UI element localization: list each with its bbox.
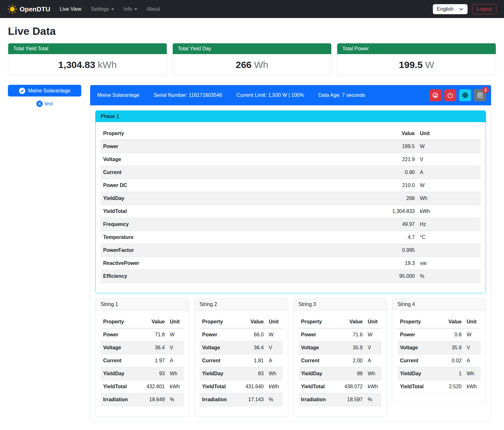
card-value: 266	[236, 59, 252, 70]
check-circle-icon	[19, 88, 25, 94]
column-header: Property	[101, 127, 379, 140]
card-unit: W	[425, 59, 434, 70]
language-select[interactable]: English	[433, 4, 468, 14]
nav-item-label: Live View	[60, 6, 81, 12]
card-title: Total Yield Total	[8, 43, 167, 54]
table-row: Power71.8W	[101, 328, 184, 341]
value-cell: 49.97	[379, 218, 417, 231]
total-yield-day-card: Total Yield Day 266Wh	[172, 43, 332, 76]
value-cell: 36.4	[237, 341, 266, 354]
unit-cell: kWh	[417, 205, 481, 218]
table-row: YieldTotal2.520kWh	[397, 380, 481, 393]
property-cell: YieldTotal	[397, 380, 435, 393]
language-value: English	[437, 6, 453, 12]
inverter-selector: Meine Solaranlage test	[8, 85, 81, 107]
property-cell: YieldTotal	[101, 205, 379, 218]
event-log-button[interactable]: 2	[474, 89, 486, 101]
inverter-alt-item[interactable]: test	[8, 101, 81, 107]
table-row: Power0.6W	[397, 328, 481, 341]
unit-cell: A	[266, 354, 283, 367]
inverter-selected-button[interactable]: Meine Solaranlage	[8, 85, 81, 97]
table-row: Current1.97A	[101, 354, 184, 367]
column-header: Unit	[167, 315, 184, 328]
nav-links: Live View Settings Info About	[60, 6, 433, 12]
nav-item-settings[interactable]: Settings	[91, 6, 114, 12]
column-header: Value	[237, 315, 266, 328]
value-cell: 199.5	[379, 140, 417, 153]
unit-cell: kWh	[365, 380, 382, 393]
unit-cell: Wh	[417, 192, 481, 205]
value-cell: 431.640	[237, 380, 266, 393]
unit-cell: V	[266, 341, 283, 354]
card-unit: Wh	[254, 59, 268, 70]
property-cell: Current	[200, 354, 237, 367]
column-header: Property	[101, 315, 138, 328]
card-title: Total Power	[337, 43, 496, 54]
column-header: Property	[299, 315, 336, 328]
column-header: Unit	[266, 315, 283, 328]
string-3-table: Property Value Unit Power71.6WVoltage35.…	[299, 315, 382, 406]
property-cell: Voltage	[200, 341, 237, 354]
table-row: YieldDay93Wh	[101, 367, 184, 380]
table-row: YieldDay1Wh	[397, 367, 481, 380]
limit-settings-button[interactable]	[429, 89, 441, 101]
chevron-down-icon	[459, 7, 464, 11]
device-info-button[interactable]	[459, 89, 471, 101]
property-cell: Irradiation	[101, 393, 138, 406]
string-card-title: String 1	[96, 299, 189, 310]
property-cell: Voltage	[101, 341, 138, 354]
property-cell: PowerFactor	[101, 244, 379, 257]
property-cell: Power DC	[101, 179, 379, 192]
property-cell: Voltage	[101, 153, 379, 166]
value-cell: 35.9	[336, 341, 365, 354]
value-cell: 2.520	[435, 380, 464, 393]
unit-cell: W	[417, 179, 481, 192]
logout-button[interactable]: Logout	[472, 4, 496, 14]
value-cell: 89	[336, 367, 365, 380]
summary-cards: Total Yield Total 1,304.83kWh Total Yiel…	[8, 43, 496, 76]
value-cell: 0.6	[435, 328, 464, 341]
table-row: YieldDay266Wh	[101, 192, 481, 205]
table-row: Irradiation18.649%	[101, 393, 184, 406]
unit-cell: %	[417, 270, 481, 283]
unit-cell: W	[464, 328, 481, 341]
table-row: PowerFactor0.995	[101, 244, 481, 257]
table-header-row: Property Value Unit	[101, 127, 481, 140]
table-row: Current0.02A	[397, 354, 481, 367]
nav-item-info[interactable]: Info	[124, 6, 137, 12]
table-header-row: Property Value Unit	[200, 315, 283, 328]
value-cell: 66.0	[237, 328, 266, 341]
column-header: Unit	[464, 315, 481, 328]
nav-item-about[interactable]: About	[147, 6, 160, 12]
inverter-alt-link[interactable]: test	[45, 101, 53, 107]
unit-cell: A	[464, 354, 481, 367]
table-row: ReactivePower19.3var	[101, 257, 481, 270]
column-header: Value	[138, 315, 167, 328]
table-header-row: Property Value Unit	[101, 315, 184, 328]
value-cell: 71.6	[336, 328, 365, 341]
column-header: Unit	[365, 315, 382, 328]
table-row: Voltage35.9V	[397, 341, 481, 354]
property-cell: YieldDay	[101, 192, 379, 205]
property-cell: YieldDay	[299, 367, 336, 380]
chevron-down-icon	[134, 9, 137, 10]
phase-panel-title: Phase 1	[96, 111, 486, 122]
value-cell: 83	[237, 367, 266, 380]
column-header: Value	[336, 315, 365, 328]
value-cell: 35.9	[435, 341, 464, 354]
table-header-row: Property Value Unit	[397, 315, 481, 328]
unit-cell: V	[417, 153, 481, 166]
table-row: YieldTotal432.601kWh	[101, 380, 184, 393]
brand[interactable]: OpenDTU	[8, 4, 50, 14]
nav-item-live-view[interactable]: Live View	[60, 6, 81, 12]
phase-table: Property Value Unit Power199.5WVoltage22…	[101, 127, 481, 283]
brand-label: OpenDTU	[20, 5, 50, 13]
string-card-title: String 3	[294, 299, 387, 310]
speedometer-icon	[432, 92, 439, 99]
column-header: Property	[200, 315, 237, 328]
string-2-card: String 2 Property Value Unit	[194, 298, 288, 417]
power-button[interactable]	[444, 89, 456, 101]
inverter-selected-label: Meine Solaranlage	[28, 88, 70, 94]
unit-cell: %	[266, 393, 283, 406]
property-cell: Voltage	[299, 341, 336, 354]
